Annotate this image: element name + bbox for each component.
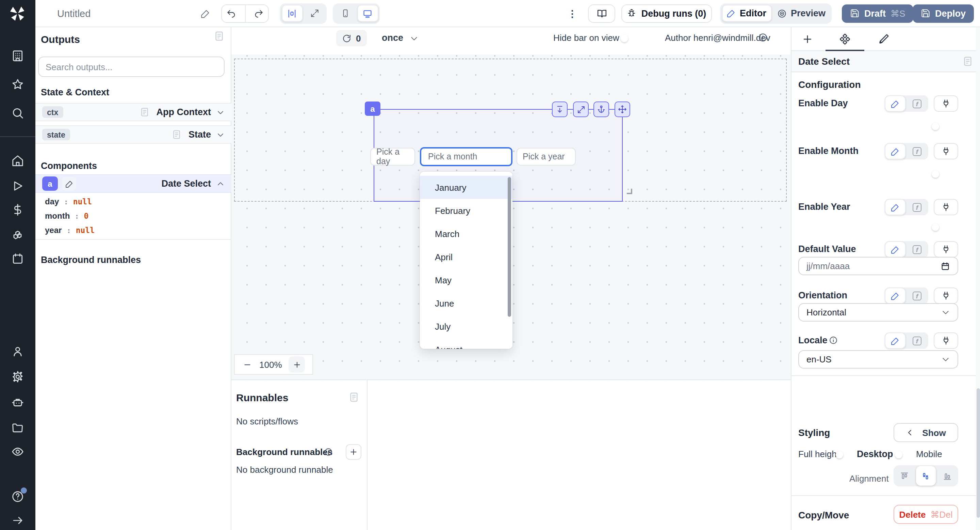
background-runnables-info-icon[interactable] (324, 448, 333, 457)
editor-tab[interactable]: Editor (722, 5, 772, 22)
run-mode-select[interactable]: once (382, 33, 403, 43)
undo-button[interactable] (222, 8, 240, 18)
resources-icon[interactable] (11, 227, 24, 240)
month-option[interactable]: February (420, 199, 512, 222)
redo-button[interactable] (250, 8, 268, 18)
fullscreen-layout-button[interactable] (304, 5, 325, 22)
variables-icon[interactable] (11, 203, 24, 216)
expr-editor-icon[interactable]: f (906, 99, 928, 108)
default-value-connect-icon[interactable] (934, 241, 958, 257)
calendar-icon[interactable] (940, 261, 950, 271)
locale-info-icon[interactable] (829, 336, 838, 345)
expr-editor-icon[interactable]: f (906, 245, 928, 254)
state-row[interactable]: state State (35, 125, 231, 144)
centered-layout-button[interactable] (282, 5, 302, 22)
workers-icon[interactable] (11, 396, 24, 409)
state-log-icon[interactable] (172, 129, 182, 140)
component-log-icon[interactable] (962, 56, 973, 67)
audit-icon[interactable] (11, 445, 24, 458)
debug-runs-button[interactable]: Debug runs (0) (621, 4, 712, 22)
static-editor-icon[interactable] (885, 287, 906, 304)
expr-editor-icon[interactable]: f (906, 291, 928, 300)
app-grid[interactable]: a Pick a day Pick a month Pick a year Ja… (231, 54, 791, 380)
favorites-icon[interactable] (11, 78, 24, 91)
folders-icon[interactable] (11, 421, 24, 434)
enable-day-connect-icon[interactable] (934, 95, 958, 112)
schedules-icon[interactable] (11, 252, 24, 265)
canvas-resize-handle[interactable] (627, 189, 632, 194)
month-option[interactable]: March (420, 222, 512, 245)
month-option[interactable]: April (420, 245, 512, 268)
app-title[interactable]: Untitled (57, 8, 91, 19)
enable-month-connect-icon[interactable] (934, 143, 958, 160)
month-option[interactable]: July (420, 315, 512, 338)
state-chevron-down-icon[interactable] (216, 131, 224, 139)
month-option[interactable]: January (420, 176, 512, 199)
move-handle[interactable] (614, 102, 630, 117)
apps-icon[interactable] (11, 49, 24, 62)
add-background-runnable-button[interactable] (346, 444, 361, 460)
search-icon[interactable] (11, 107, 24, 120)
align-center-button[interactable] (916, 466, 936, 486)
default-value-date-input[interactable]: jj/mm/aaaa (798, 257, 958, 275)
settings-scrollbar[interactable] (976, 27, 980, 530)
dropdown-scrollbar[interactable] (508, 177, 511, 317)
month-input[interactable]: Pick a month (420, 147, 512, 166)
runnables-log-icon[interactable] (348, 392, 360, 402)
preview-tab[interactable]: Preview (773, 5, 830, 22)
expr-editor-icon[interactable]: f (906, 147, 928, 156)
ctx-chevron-down-icon[interactable] (216, 108, 224, 116)
author-info-icon[interactable] (758, 33, 768, 42)
runs-icon[interactable] (11, 180, 24, 192)
static-editor-icon[interactable] (885, 332, 906, 349)
static-editor-icon[interactable] (885, 241, 906, 257)
ctx-log-icon[interactable] (140, 107, 150, 117)
outputs-log-icon[interactable] (214, 31, 224, 42)
mobile-view-button[interactable] (334, 5, 356, 22)
component-edit-icon[interactable] (62, 176, 76, 191)
zoom-out-button[interactable] (235, 360, 259, 369)
anchor-handle[interactable] (593, 102, 609, 117)
component-chevron-up-icon[interactable] (216, 179, 224, 188)
desktop-view-button[interactable] (357, 5, 378, 22)
home-icon[interactable] (11, 154, 24, 167)
draft-button[interactable]: Draft⌘S (842, 4, 913, 22)
align-bottom-button[interactable] (937, 466, 957, 486)
docs-button[interactable] (588, 4, 615, 22)
settings-icon[interactable] (11, 370, 24, 383)
locale-connect-icon[interactable] (934, 332, 958, 349)
zoom-in-button[interactable] (289, 356, 305, 373)
month-option[interactable]: June (420, 292, 512, 315)
locale-select[interactable]: en-US (798, 350, 958, 369)
ctx-row[interactable]: ctx App Context (35, 103, 231, 121)
month-option[interactable]: May (420, 268, 512, 292)
static-editor-icon[interactable] (885, 199, 906, 215)
edit-title-icon[interactable] (201, 8, 210, 18)
show-styling-button[interactable]: Show (894, 423, 958, 442)
year-input[interactable]: Pick a year (517, 148, 576, 166)
fullscreen-handle[interactable] (573, 102, 589, 117)
day-input[interactable]: Pick a day (370, 148, 415, 166)
more-menu-icon[interactable]: ⋮ (568, 8, 578, 19)
refresh-count-button[interactable]: 0 (336, 30, 367, 46)
expr-editor-icon[interactable]: f (906, 203, 928, 212)
enable-year-connect-icon[interactable] (934, 199, 958, 215)
expr-editor-icon[interactable]: f (906, 336, 928, 345)
component-row[interactable]: a Date Select (35, 174, 231, 193)
align-top-button[interactable] (894, 466, 914, 486)
deploy-button[interactable]: Deploy (913, 4, 974, 22)
delete-component-button[interactable]: Delete ⌘Del (894, 505, 958, 524)
users-icon[interactable] (11, 345, 24, 358)
static-editor-icon[interactable] (885, 143, 906, 160)
run-mode-chevron-icon[interactable] (410, 34, 418, 43)
windmill-logo-icon[interactable] (9, 5, 27, 22)
expand-down-handle[interactable] (552, 102, 568, 117)
styling-tab[interactable] (878, 34, 889, 45)
orientation-select[interactable]: Horizontal (798, 303, 958, 322)
insert-component-tab[interactable] (802, 34, 813, 45)
static-editor-icon[interactable] (885, 95, 906, 112)
orientation-connect-icon[interactable] (934, 287, 958, 304)
component-settings-tab[interactable] (839, 34, 851, 45)
month-option[interactable]: August (420, 338, 512, 349)
search-outputs-input[interactable]: Search outputs... (38, 57, 224, 77)
